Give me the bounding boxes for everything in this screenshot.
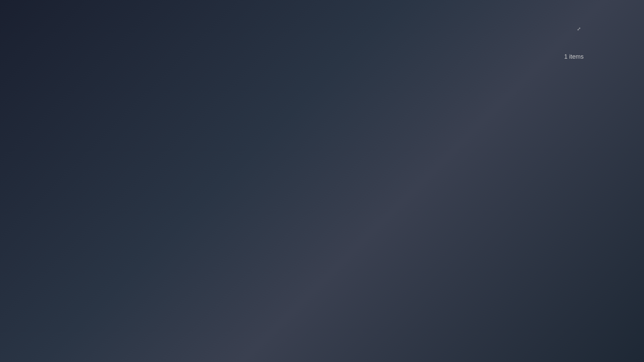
media-placeholder: 1 items (106, 23, 584, 62)
media-section: 📶 ⤢ 1 items (60, 17, 584, 69)
expand-icon[interactable]: ⤢ (577, 26, 581, 32)
media-wrapper: ⤢ 1 items (106, 23, 584, 62)
items-count: 1 items (564, 53, 584, 60)
